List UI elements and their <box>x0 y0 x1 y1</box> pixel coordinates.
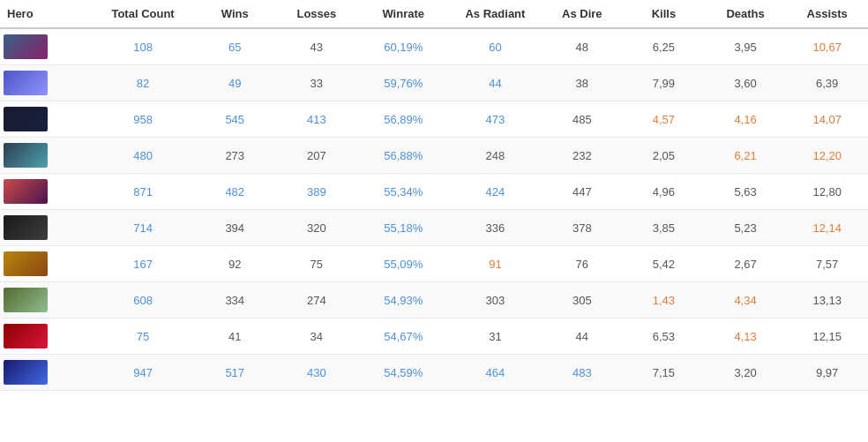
losses-cell: 413 <box>276 101 358 138</box>
deaths-cell: 3,95 <box>705 28 787 65</box>
table-row: 82493359,76%44387,993,606,39 <box>0 65 868 101</box>
header-winrate: Winrate <box>357 0 449 28</box>
wins-cell: 273 <box>194 138 276 174</box>
radiant-cell: 424 <box>449 174 541 210</box>
wins-cell: 41 <box>194 318 276 355</box>
header-as-dire: As Dire <box>542 0 624 28</box>
total-count-cell: 480 <box>92 138 194 174</box>
hero-stats-table: Hero Total Count Wins Losses Winrate As … <box>0 0 868 391</box>
total-count-cell: 167 <box>92 246 194 282</box>
assists-cell: 7,57 <box>786 246 868 282</box>
table-row: 71439432055,18%3363783,855,2312,14 <box>0 210 868 246</box>
header-total-count: Total Count <box>92 0 194 28</box>
total-count-cell: 714 <box>92 210 194 246</box>
radiant-cell: 336 <box>449 210 541 246</box>
kills-cell: 5,42 <box>623 246 705 282</box>
kills-cell: 4,57 <box>623 101 705 138</box>
table-row: 94751743054,59%4644837,153,209,97 <box>0 355 868 391</box>
total-count-cell: 958 <box>92 101 194 138</box>
total-count-cell: 608 <box>92 282 194 318</box>
radiant-cell: 31 <box>449 318 541 355</box>
deaths-cell: 3,20 <box>705 355 787 391</box>
total-count-cell: 947 <box>92 355 194 391</box>
hero-cell <box>0 174 92 210</box>
winrate-cell: 59,76% <box>357 65 449 101</box>
wins-cell: 65 <box>194 28 276 65</box>
winrate-cell: 56,89% <box>357 101 449 138</box>
winrate-cell: 54,93% <box>357 282 449 318</box>
table-row: 167927555,09%91765,422,677,57 <box>0 246 868 282</box>
assists-cell: 10,67 <box>786 28 868 65</box>
hero-icon <box>4 288 48 312</box>
losses-cell: 75 <box>276 246 358 282</box>
losses-cell: 274 <box>276 282 358 318</box>
dire-cell: 305 <box>542 282 624 318</box>
assists-cell: 14,07 <box>786 101 868 138</box>
assists-cell: 12,80 <box>786 174 868 210</box>
deaths-cell: 4,34 <box>705 282 787 318</box>
deaths-cell: 2,67 <box>705 246 787 282</box>
wins-cell: 517 <box>194 355 276 391</box>
losses-cell: 34 <box>276 318 358 355</box>
dire-cell: 44 <box>542 318 624 355</box>
hero-cell <box>0 101 92 138</box>
deaths-cell: 5,63 <box>705 174 787 210</box>
hero-icon <box>4 215 48 240</box>
losses-cell: 43 <box>276 28 358 65</box>
kills-cell: 7,99 <box>623 65 705 101</box>
table-row: 108654360,19%60486,253,9510,67 <box>0 28 868 65</box>
deaths-cell: 3,60 <box>705 65 787 101</box>
losses-cell: 389 <box>276 174 358 210</box>
hero-cell <box>0 282 92 318</box>
wins-cell: 545 <box>194 101 276 138</box>
hero-icon <box>4 179 48 204</box>
hero-cell <box>0 355 92 391</box>
hero-icon <box>4 324 48 348</box>
header-hero: Hero <box>0 0 92 28</box>
hero-icon <box>4 107 48 131</box>
wins-cell: 92 <box>194 246 276 282</box>
kills-cell: 7,15 <box>623 355 705 391</box>
header-assists: Assists <box>786 0 868 28</box>
total-count-cell: 75 <box>92 318 194 355</box>
radiant-cell: 44 <box>449 65 541 101</box>
kills-cell: 6,53 <box>623 318 705 355</box>
header-deaths: Deaths <box>705 0 787 28</box>
dire-cell: 483 <box>542 355 624 391</box>
dire-cell: 232 <box>542 138 624 174</box>
dire-cell: 48 <box>542 28 624 65</box>
radiant-cell: 303 <box>449 282 541 318</box>
dire-cell: 76 <box>542 246 624 282</box>
assists-cell: 6,39 <box>786 65 868 101</box>
hero-icon <box>4 251 48 276</box>
header-kills: Kills <box>623 0 705 28</box>
winrate-cell: 54,59% <box>357 355 449 391</box>
hero-cell <box>0 28 92 65</box>
kills-cell: 1,43 <box>623 282 705 318</box>
losses-cell: 430 <box>276 355 358 391</box>
winrate-cell: 54,67% <box>357 318 449 355</box>
table-header-row: Hero Total Count Wins Losses Winrate As … <box>0 0 868 28</box>
deaths-cell: 6,21 <box>705 138 787 174</box>
kills-cell: 6,25 <box>623 28 705 65</box>
total-count-cell: 108 <box>92 28 194 65</box>
kills-cell: 4,96 <box>623 174 705 210</box>
assists-cell: 12,14 <box>786 210 868 246</box>
dire-cell: 378 <box>542 210 624 246</box>
losses-cell: 207 <box>276 138 358 174</box>
assists-cell: 13,13 <box>786 282 868 318</box>
assists-cell: 12,20 <box>786 138 868 174</box>
hero-cell <box>0 65 92 101</box>
kills-cell: 2,05 <box>623 138 705 174</box>
losses-cell: 320 <box>276 210 358 246</box>
header-as-radiant: As Radiant <box>449 0 541 28</box>
hero-icon <box>4 34 48 59</box>
table-row: 75413454,67%31446,534,1312,15 <box>0 318 868 355</box>
radiant-cell: 473 <box>449 101 541 138</box>
hero-cell <box>0 318 92 355</box>
deaths-cell: 4,13 <box>705 318 787 355</box>
wins-cell: 49 <box>194 65 276 101</box>
winrate-cell: 60,19% <box>357 28 449 65</box>
assists-cell: 12,15 <box>786 318 868 355</box>
dire-cell: 38 <box>542 65 624 101</box>
